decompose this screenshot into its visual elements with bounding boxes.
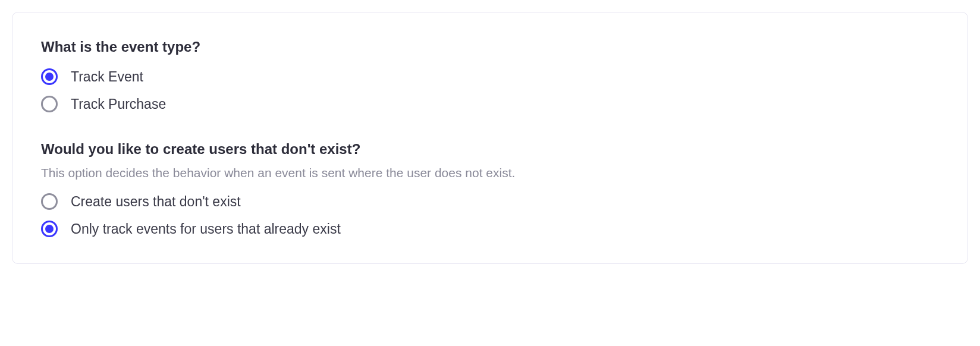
radio-label: Only track events for users that already… <box>71 221 341 237</box>
radio-label: Track Purchase <box>71 96 166 112</box>
create-users-helper: This option decides the behavior when an… <box>41 166 939 180</box>
radio-icon <box>41 96 58 112</box>
radio-icon <box>41 68 58 85</box>
radio-icon <box>41 221 58 237</box>
radio-track-purchase[interactable]: Track Purchase <box>41 96 939 112</box>
radio-label: Track Event <box>71 69 143 85</box>
create-users-question: Would you like to create users that don'… <box>41 141 939 158</box>
radio-icon <box>41 193 58 210</box>
settings-card: What is the event type? Track Event Trac… <box>12 12 968 264</box>
radio-only-existing-users[interactable]: Only track events for users that already… <box>41 221 939 237</box>
radio-create-users[interactable]: Create users that don't exist <box>41 193 939 210</box>
radio-track-event[interactable]: Track Event <box>41 68 939 85</box>
radio-label: Create users that don't exist <box>71 194 241 210</box>
event-type-section: What is the event type? Track Event Trac… <box>41 39 939 112</box>
create-users-section: Would you like to create users that don'… <box>41 141 939 237</box>
section-gap <box>41 134 939 141</box>
event-type-question: What is the event type? <box>41 39 939 55</box>
